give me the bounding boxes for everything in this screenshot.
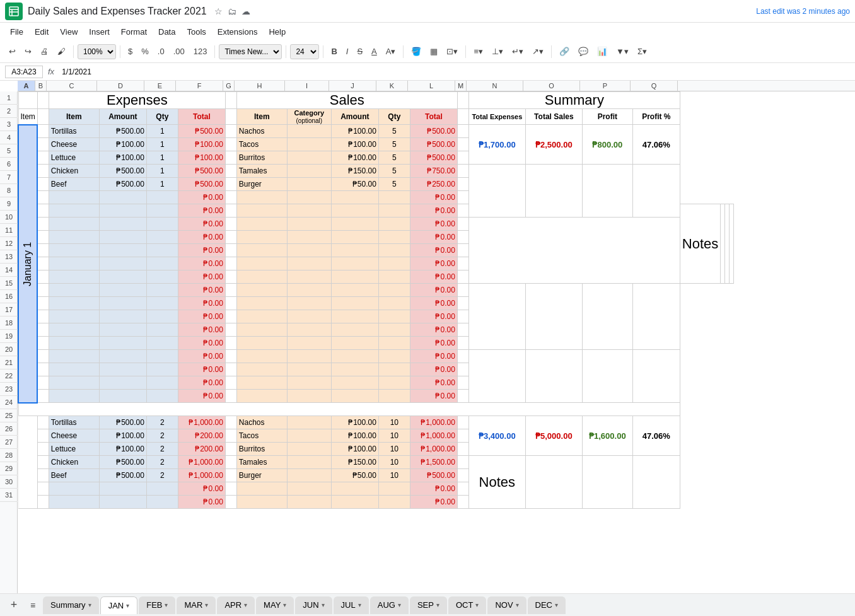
rotate-button[interactable]: ↗▾ [528, 44, 547, 59]
cell-f3[interactable]: ₱500.00 [178, 125, 225, 138]
cell-j3[interactable]: ₱100.00 [331, 125, 378, 138]
star-icon[interactable]: ☆ [214, 6, 223, 16]
cell-j4[interactable]: ₱100.00 [331, 138, 378, 151]
cell-e2[interactable]: Qty [146, 109, 178, 125]
cell-b4[interactable] [37, 138, 49, 151]
col-header-Q[interactable]: Q [631, 81, 678, 91]
row-num-21[interactable]: 21 [0, 356, 18, 369]
cell-i9[interactable] [287, 204, 331, 218]
cell-m5[interactable] [457, 151, 468, 165]
cell-a1[interactable] [18, 92, 37, 109]
tab-apr[interactable]: APR ▾ [217, 596, 255, 614]
cell-i5[interactable] [287, 151, 331, 165]
cell-o3[interactable]: ₱2,500.00 [525, 125, 582, 165]
cell-c2[interactable]: Item [49, 109, 99, 125]
menu-edit[interactable]: Edit [30, 26, 54, 38]
cell-k10[interactable] [378, 218, 410, 231]
cell-b5[interactable] [37, 151, 49, 165]
cell-a25[interactable] [18, 416, 37, 509]
cell-d4[interactable]: ₱100.00 [99, 138, 146, 151]
cell-k5[interactable]: 5 [378, 151, 410, 165]
cell-b9[interactable] [37, 204, 49, 218]
borders-button[interactable]: ▦ [426, 44, 441, 59]
font-select[interactable]: Times New... [219, 44, 282, 59]
cell-c6[interactable]: Chicken [49, 165, 99, 178]
link-button[interactable]: 🔗 [555, 44, 573, 59]
cell-f6[interactable]: ₱500.00 [178, 165, 225, 178]
cell-c8[interactable] [49, 191, 99, 204]
cell-g6[interactable] [225, 165, 236, 178]
row-num-14[interactable]: 14 [0, 264, 18, 277]
fill-color-button[interactable]: 🪣 [407, 44, 425, 59]
cell-m7[interactable] [457, 178, 468, 191]
tab-mar[interactable]: MAR ▾ [177, 596, 216, 614]
cell-o20[interactable] [525, 350, 582, 403]
cell-k4[interactable]: 5 [378, 138, 410, 151]
cell-h6[interactable]: Tamales [236, 165, 287, 178]
row-num-31[interactable]: 31 [0, 489, 18, 502]
underline-button[interactable]: A [368, 44, 381, 59]
row-num-27[interactable]: 27 [0, 436, 18, 449]
cell-g2[interactable] [225, 109, 236, 125]
cell-d9[interactable] [99, 204, 146, 218]
cell-f10[interactable]: ₱0.00 [178, 218, 225, 231]
cell-d5[interactable]: ₱100.00 [99, 151, 146, 165]
cell-d8[interactable] [99, 191, 146, 204]
cell-b8[interactable] [37, 191, 49, 204]
col-header-J[interactable]: J [329, 81, 376, 91]
row-num-23[interactable]: 23 [0, 383, 18, 396]
cell-q15[interactable] [632, 284, 680, 350]
cell-b10[interactable] [37, 218, 49, 231]
cell-p2[interactable]: Profit [582, 109, 632, 125]
fontsize-select[interactable]: 24 [290, 44, 319, 59]
cell-e6[interactable]: 1 [146, 165, 178, 178]
cell-d2[interactable]: Amount [99, 109, 146, 125]
col-header-B[interactable]: B [35, 81, 47, 91]
tab-summary[interactable]: Summary ▾ [43, 596, 99, 614]
cell-g9[interactable] [225, 204, 236, 218]
row-num-22[interactable]: 22 [0, 369, 18, 383]
cell-f2[interactable]: Total [178, 109, 225, 125]
row-num-19[interactable]: 19 [0, 330, 18, 343]
cell-c5[interactable]: Lettuce [49, 151, 99, 165]
cell-f7[interactable]: ₱500.00 [178, 178, 225, 191]
row-num-10[interactable]: 10 [0, 211, 18, 224]
sheet-list-button[interactable]: ≡ [24, 596, 42, 614]
cell-l9[interactable]: ₱0.00 [410, 204, 457, 218]
cell-q20[interactable] [632, 350, 680, 403]
cell-i7[interactable] [287, 178, 331, 191]
row-num-18[interactable]: 18 [0, 317, 18, 330]
bold-button[interactable]: B [327, 44, 340, 59]
decimal0-button[interactable]: .0 [154, 44, 168, 59]
menu-format[interactable]: Format [116, 26, 152, 38]
comment-button[interactable]: 💬 [574, 44, 592, 59]
cell-j7[interactable]: ₱50.00 [331, 178, 378, 191]
col-header-I[interactable]: I [285, 81, 329, 91]
cell-n9[interactable]: Notes [680, 204, 720, 284]
cell-e5[interactable]: 1 [146, 151, 178, 165]
cell-h4[interactable]: Tacos [236, 138, 287, 151]
cell-k7[interactable]: 5 [378, 178, 410, 191]
cell-l10[interactable]: ₱0.00 [410, 218, 457, 231]
format123-button[interactable]: 123 [190, 44, 211, 59]
tab-jan[interactable]: JAN ▾ [100, 596, 138, 614]
cell-m6[interactable] [457, 165, 468, 178]
decimal2-button[interactable]: .00 [170, 44, 189, 59]
cell-o6[interactable] [525, 165, 582, 218]
row-num-3[interactable]: 3 [0, 118, 18, 131]
cell-d6[interactable]: ₱500.00 [99, 165, 146, 178]
cell-l5[interactable]: ₱500.00 [410, 151, 457, 165]
cell-j5[interactable]: ₱100.00 [331, 151, 378, 165]
row-num-7[interactable]: 7 [0, 171, 18, 184]
cell-e3[interactable]: 1 [146, 125, 178, 138]
menu-help[interactable]: Help [264, 26, 291, 38]
row-num-6[interactable]: 6 [0, 158, 18, 171]
col-header-A[interactable]: A [18, 81, 35, 91]
cell-c7[interactable]: Beef [49, 178, 99, 191]
chart-button[interactable]: 📊 [593, 44, 611, 59]
cell-l4[interactable]: ₱500.00 [410, 138, 457, 151]
row-num-8[interactable]: 8 [0, 184, 18, 197]
row-num-4[interactable]: 4 [0, 131, 18, 144]
cell-g10[interactable] [225, 218, 236, 231]
cell-i3[interactable] [287, 125, 331, 138]
